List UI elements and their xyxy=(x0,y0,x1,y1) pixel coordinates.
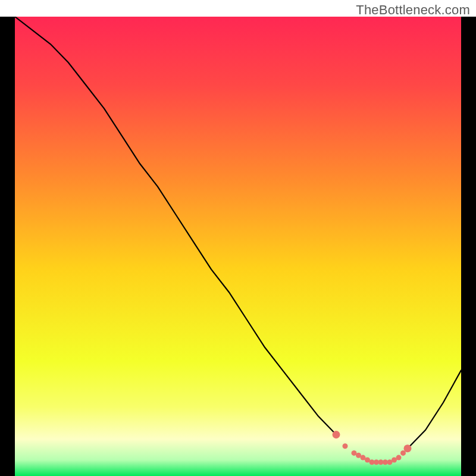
watermark-text: TheBottleneck.com xyxy=(356,2,470,18)
gap-dot xyxy=(343,443,348,449)
plot-area xyxy=(0,17,476,476)
chart-svg xyxy=(0,17,476,476)
gap-dot xyxy=(333,431,340,439)
gap-dot xyxy=(404,444,412,452)
chart-frame: TheBottleneck.com xyxy=(0,0,476,476)
gap-dot xyxy=(396,455,402,461)
gradient-background xyxy=(15,17,461,476)
